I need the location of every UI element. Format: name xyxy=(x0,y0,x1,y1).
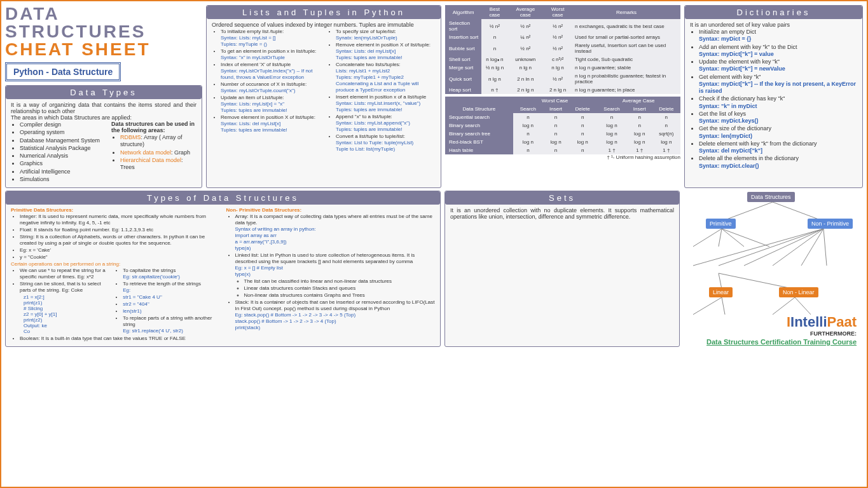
main-title: DATA STRUCTURESCHEAT SHEET xyxy=(5,5,202,58)
data-types-intro: It is a way of organizing data that cont… xyxy=(11,102,196,114)
ds-used-label: Data structures can be used in the follo… xyxy=(111,121,196,133)
ds-table: Worst CaseAverage Case Data StructureSea… xyxy=(445,97,680,154)
dict-panel: Dictionaries It is an unordered set of k… xyxy=(684,5,863,188)
algo-table: AlgorithmBest caseAverage caseWorst case… xyxy=(445,5,680,94)
course-link[interactable]: Data Structures Certification Training C… xyxy=(706,338,857,346)
lists-title: Lists and Tuples in Python xyxy=(207,6,441,19)
ds-foot: † ¹- Uniform hashing assumption xyxy=(445,154,680,160)
data-types-title: Data Types xyxy=(6,86,202,99)
sets-title: Sets xyxy=(445,191,679,205)
data-types-applied: The areas in which Data Structures are a… xyxy=(11,114,196,121)
furthermore: FURTHERMORE: xyxy=(810,330,857,337)
tree-root: Data Structures xyxy=(747,192,795,202)
tree-panel: Data Structures Primitive Non - Primitiv… xyxy=(684,191,863,349)
nonprim-h: Non- Primitive Data Structures: xyxy=(226,207,436,213)
lists-intro: Ordered sequence of values indexed by in… xyxy=(212,22,436,28)
tree-nonlinear: Non - Linear xyxy=(779,287,818,297)
subtitle: Python - Data Structure xyxy=(5,62,121,81)
tree-linear: Linear xyxy=(709,287,733,297)
types-title: Types of Data Structures xyxy=(6,191,440,205)
sets-panel: Sets It is an unordered collection with … xyxy=(444,191,680,347)
bool: Boolean: It is a built-in data type that… xyxy=(20,336,220,342)
dict-intro: It is an unordered set of key value pair… xyxy=(690,22,857,28)
types-panel: Types of Data Structures Primitive Data … xyxy=(5,191,441,347)
brand-logo: IIntelliPaat xyxy=(787,314,857,330)
sets-intro: It is an unordered collection with no du… xyxy=(450,207,674,220)
prim-h: Primitive Data Structures: xyxy=(11,207,220,213)
tree-primitive: Primitive xyxy=(706,219,736,229)
data-types-panel: Data Types It is a way of organizing dat… xyxy=(5,85,202,188)
prim-ops: Certain operations can be performed on a… xyxy=(11,261,220,267)
tree-nonprimitive: Non - Primitive xyxy=(808,219,853,229)
dict-title: Dictionaries xyxy=(685,6,862,19)
lists-panel: Lists and Tuples in Python Ordered seque… xyxy=(206,5,441,188)
